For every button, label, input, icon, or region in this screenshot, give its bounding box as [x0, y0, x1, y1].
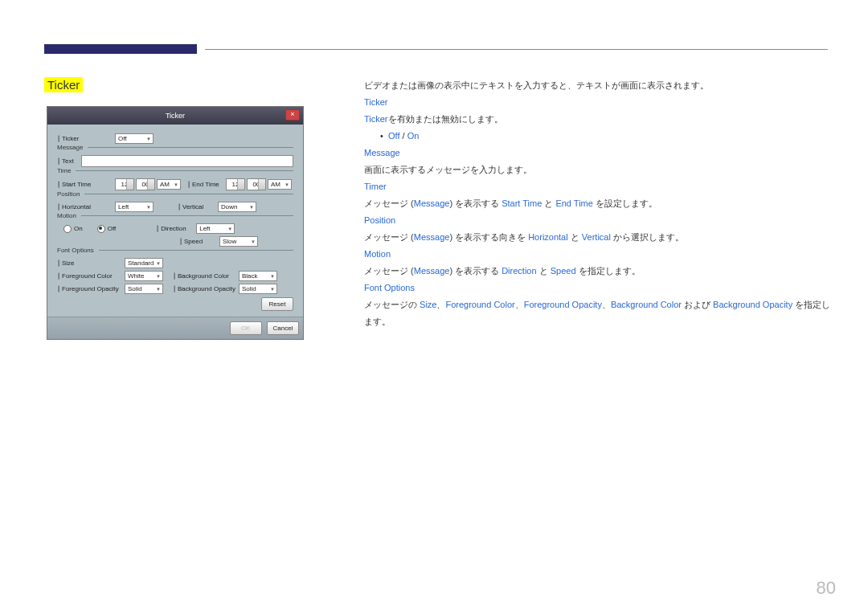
- bg-color-label: Background Color: [173, 272, 239, 280]
- fg-opacity-label: Foreground Opacity: [57, 285, 125, 292]
- direction-label: Direction: [156, 225, 196, 232]
- direction-select[interactable]: Left: [196, 223, 235, 234]
- vertical-label: Vertical: [178, 203, 218, 210]
- desc-message-title: Message: [364, 145, 838, 161]
- dialog-body: Ticker Off Message Text Time Start Time …: [47, 125, 303, 317]
- font-options-group: Font Options Size Standard Foreground Co…: [57, 250, 293, 311]
- header-accent-bar: [44, 44, 197, 54]
- motion-on-radio[interactable]: [63, 225, 72, 233]
- ticker-label: Ticker: [57, 135, 115, 142]
- desc-message-line: 画面に表示するメッセージを入力します。: [364, 161, 838, 178]
- fg-color-label: Foreground Color: [57, 272, 125, 280]
- horizontal-label: Horizontal: [57, 203, 115, 210]
- close-icon[interactable]: ×: [285, 109, 300, 121]
- end-hour-stepper[interactable]: 12: [226, 178, 245, 190]
- start-time-label: Start Time: [57, 181, 115, 188]
- message-input[interactable]: [81, 155, 293, 167]
- header-divider: [205, 49, 828, 50]
- size-label: Size: [57, 260, 125, 267]
- start-hour-stepper[interactable]: 12: [115, 178, 134, 190]
- bg-opacity-select[interactable]: Solid: [239, 284, 277, 294]
- motion-off-label: Off: [108, 225, 117, 232]
- bg-opacity-label: Background Opacity: [173, 285, 239, 292]
- bg-color-select[interactable]: Black: [239, 271, 277, 281]
- motion-on-label: On: [74, 225, 83, 232]
- description-text: ビデオまたは画像の表示中にテキストを入力すると、テキストが画面に表示されます。 …: [364, 77, 838, 330]
- desc-position-line: メッセージ (Message) を表示する向きを Horizontal と Ve…: [364, 229, 838, 246]
- horizontal-select[interactable]: Left: [115, 202, 154, 212]
- desc-ticker-line: Tickerを有効または無効にします。: [364, 111, 838, 128]
- fg-opacity-select[interactable]: Solid: [125, 284, 163, 294]
- start-min-stepper[interactable]: 00: [136, 178, 155, 190]
- desc-motion-line: メッセージ (Message) を表示する Direction と Speed …: [364, 263, 838, 280]
- desc-font-line: メッセージの Size、Foreground Color、Foreground …: [364, 296, 838, 330]
- time-group-label: Time: [57, 167, 76, 174]
- desc-ticker-title: Ticker: [364, 94, 838, 111]
- desc-position-title: Position: [364, 212, 838, 229]
- position-group: Position Horizontal Left Vertical Down: [57, 194, 293, 212]
- dialog-titlebar: Ticker ×: [47, 107, 303, 125]
- motion-group-label: Motion: [57, 212, 81, 219]
- end-time-label: End Time: [187, 181, 226, 188]
- dialog-title-text: Ticker: [166, 112, 185, 120]
- ticker-select[interactable]: Off: [115, 133, 154, 144]
- position-group-label: Position: [57, 190, 84, 198]
- section-title: Ticker: [44, 77, 83, 92]
- motion-group: Motion On Off Direction Left Speed Slow: [57, 215, 293, 247]
- font-options-label: Font Options: [57, 247, 99, 254]
- desc-timer-line: メッセージ (Message) を表示する Start Time と End T…: [364, 195, 838, 212]
- desc-font-title: Font Options: [364, 280, 838, 296]
- time-group: Time Start Time 12 00 AM End Time 12 00 …: [57, 170, 293, 190]
- text-label: Text: [57, 157, 81, 165]
- motion-off-radio[interactable]: [97, 225, 105, 233]
- start-ampm-select[interactable]: AM: [157, 179, 181, 190]
- vertical-select[interactable]: Down: [218, 202, 256, 212]
- message-group: Message Text: [57, 147, 293, 167]
- reset-button[interactable]: Reset: [261, 297, 293, 311]
- message-group-label: Message: [57, 144, 88, 151]
- desc-intro: ビデオまたは画像の表示中にテキストを入力すると、テキストが画面に表示されます。: [364, 77, 838, 94]
- size-select[interactable]: Standard: [125, 258, 163, 268]
- speed-label: Speed: [179, 238, 219, 245]
- dialog-footer: OK Cancel: [47, 317, 303, 339]
- end-ampm-select[interactable]: AM: [268, 179, 292, 190]
- desc-ticker-bullet: • Off / On: [364, 128, 838, 145]
- cancel-button[interactable]: Cancel: [267, 321, 299, 335]
- page-number: 80: [817, 578, 836, 599]
- fg-color-select[interactable]: White: [125, 271, 163, 281]
- desc-timer-title: Timer: [364, 178, 838, 195]
- ok-button[interactable]: OK: [230, 321, 262, 335]
- end-min-stepper[interactable]: 00: [247, 178, 266, 190]
- ticker-dialog: Ticker × Ticker Off Message Text Time St…: [47, 106, 304, 340]
- speed-select[interactable]: Slow: [219, 236, 258, 247]
- desc-motion-title: Motion: [364, 246, 838, 263]
